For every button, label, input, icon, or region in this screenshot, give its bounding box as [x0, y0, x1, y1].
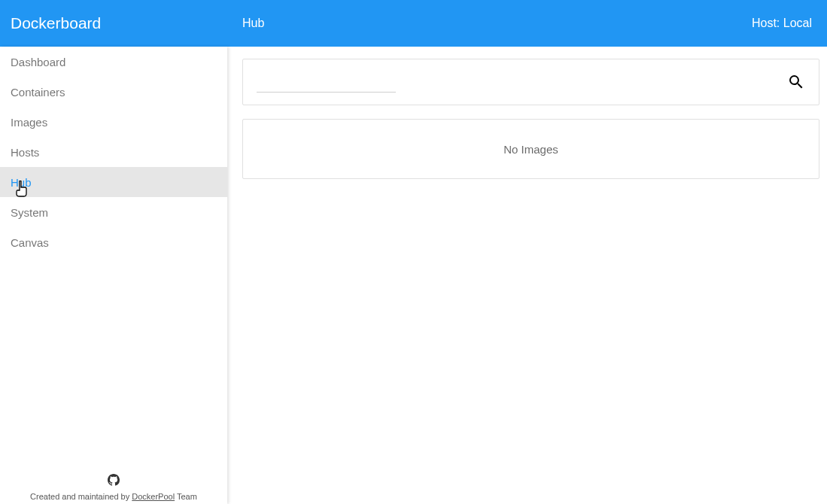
search-input[interactable] — [257, 71, 396, 93]
topbar: Dockerboard Hub Host: Local — [0, 0, 827, 47]
sidebar-item-system[interactable]: System — [0, 197, 227, 227]
sidebar-item-hosts[interactable]: Hosts — [0, 137, 227, 167]
search-card — [242, 59, 819, 105]
footer-credit: Created and maintained by DockerPool Tea… — [0, 492, 227, 501]
sidebar-item-images[interactable]: Images — [0, 107, 227, 137]
footer-prefix: Created and maintained by — [30, 492, 132, 501]
app-name[interactable]: Dockerboard — [0, 0, 227, 47]
page-title: Hub — [242, 17, 264, 30]
github-icon[interactable] — [0, 474, 227, 487]
host-selector[interactable]: Host: Local — [752, 17, 812, 30]
sidebar-item-hub[interactable]: Hub — [0, 167, 227, 197]
sidebar-item-dashboard[interactable]: Dashboard — [0, 47, 227, 77]
topbar-right: Hub Host: Local — [227, 0, 827, 47]
search-icon — [787, 73, 805, 91]
empty-text: No Images — [503, 143, 558, 156]
sidebar-item-canvas[interactable]: Canvas — [0, 227, 227, 257]
search-button[interactable] — [787, 73, 805, 91]
footer-suffix: Team — [175, 492, 197, 501]
empty-state: No Images — [242, 119, 819, 179]
main-content: No Images — [227, 47, 827, 504]
sidebar-footer: Created and maintained by DockerPool Tea… — [0, 474, 227, 504]
sidebar: Dashboard Containers Images Hosts Hub Sy… — [0, 47, 227, 504]
sidebar-item-containers[interactable]: Containers — [0, 77, 227, 107]
sidebar-list: Dashboard Containers Images Hosts Hub Sy… — [0, 47, 227, 474]
footer-link[interactable]: DockerPool — [132, 492, 175, 501]
